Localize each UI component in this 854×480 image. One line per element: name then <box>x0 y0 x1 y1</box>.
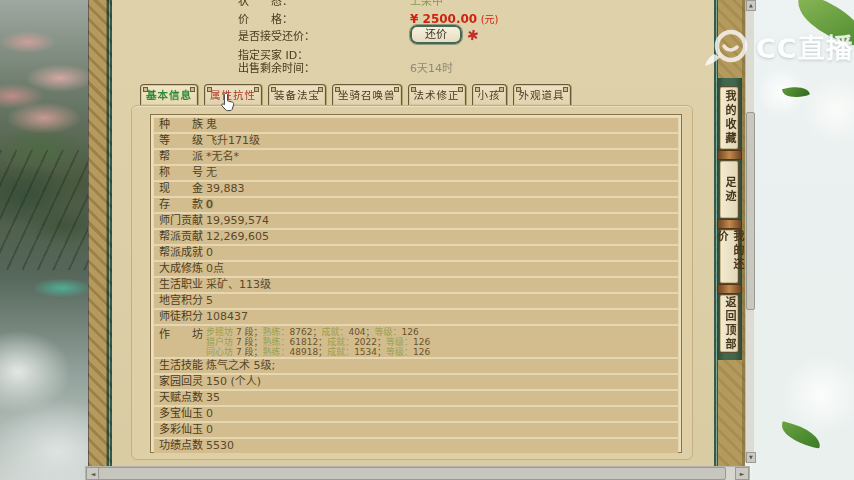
price-value: ¥ 2500.00 <box>410 12 477 26</box>
table-row: 生活技能炼气之术 5级; <box>154 359 678 373</box>
row-value: 炼气之术 5级; <box>206 359 275 373</box>
row-label: 称 号 <box>159 166 203 180</box>
table-row: 师徒积分108437 <box>154 310 678 324</box>
main-content-area: 状 态：上架中 价 格：¥ 2500.00 (元) 是否接受还价：还价✱ 指定买… <box>112 0 714 466</box>
table-row: 存 款0 <box>154 198 678 212</box>
scroll-down-arrow-icon[interactable]: ▼ <box>746 452 756 463</box>
sidebar-item-back-to-top[interactable]: 返回顶部 <box>719 294 739 353</box>
character-info-panel: 种 族鬼 等 级飞升171级 帮 派*无名* 称 号无 现 金39,883 存 … <box>150 114 682 453</box>
tab-appearance-items[interactable]: 外观道具 <box>513 84 571 105</box>
table-row: 家园回灵150 (个人) <box>154 375 678 389</box>
price-row: 价 格：¥ 2500.00 (元) <box>238 10 499 26</box>
tab-page-container: 种 族鬼 等 级飞升171级 帮 派*无名* 称 号无 现 金39,883 存 … <box>131 105 693 460</box>
table-row: 多彩仙玉0 <box>154 423 678 437</box>
workshop-row: 作 坊 步摇坊 7 段；熟练：8762；成就：404；等级：126 猎户坊 7 … <box>154 326 678 357</box>
scroll-up-arrow-icon[interactable]: ▲ <box>746 0 756 11</box>
row-label: 家园回灵 <box>159 375 203 389</box>
row-value: 5 <box>206 294 213 308</box>
tab-equipment[interactable]: 装备法宝 <box>268 84 326 105</box>
status-row: 状 态：上架中 <box>238 0 443 8</box>
row-value: 0 <box>206 198 213 212</box>
row-value: *无名* <box>206 150 239 164</box>
workshop-lines: 步摇坊 7 段；熟练：8762；成就：404；等级：126 猎户坊 7 段；熟练… <box>206 326 430 358</box>
table-row: 功绩点数5530 <box>154 439 678 453</box>
row-label: 师门贡献 <box>159 214 203 228</box>
workshop-name: 步摇坊 <box>206 327 236 337</box>
workshop-name: 同心坊 <box>206 347 236 357</box>
row-label: 大成修炼 <box>159 262 203 276</box>
row-value: 108437 <box>206 310 248 324</box>
screen: 状 态：上架中 价 格：¥ 2500.00 (元) 是否接受还价：还价✱ 指定买… <box>0 0 854 480</box>
horizontal-scrollbar[interactable]: ◄ ► <box>85 466 750 480</box>
game-world-background <box>0 0 88 480</box>
row-label: 现 金 <box>159 182 203 196</box>
row-label: 地宫积分 <box>159 294 203 308</box>
time-value: 6天14时 <box>410 62 453 75</box>
workshop-line: 步摇坊 7 段；熟练：8762；成就：404；等级：126 <box>206 327 430 337</box>
row-value: 5530 <box>206 439 234 453</box>
sidebar-item-footprints[interactable]: 足迹 <box>719 160 739 219</box>
tab-child[interactable]: 小孩 <box>472 84 507 105</box>
vertical-scroll-thumb[interactable] <box>746 112 755 310</box>
scroll-tie-decoration <box>717 150 742 160</box>
required-mark-icon: ✱ <box>466 26 480 44</box>
status-value: 上架中 <box>410 0 443 8</box>
time-row: 出售剩余时间：6天14时 <box>238 59 453 75</box>
vertical-scrollbar[interactable]: ▲ ▼ <box>745 0 754 462</box>
row-value: 150 (个人) <box>206 375 261 389</box>
time-label: 出售剩余时间： <box>238 59 410 75</box>
sidebar-item-my-bargains[interactable]: 我的还价 <box>719 229 739 284</box>
table-row: 现 金39,883 <box>154 182 678 196</box>
table-row: 地宫积分5 <box>154 294 678 308</box>
table-row: 称 号无 <box>154 166 678 180</box>
scroll-right-arrow-icon[interactable]: ► <box>735 467 749 480</box>
row-label: 功绩点数 <box>159 439 203 453</box>
tab-bar: 基本信息 属性抗性 装备法宝 坐骑召唤兽 法术修正 小孩 外观道具 <box>140 84 571 105</box>
row-value: 39,883 <box>206 182 245 196</box>
row-value: 飞升171级 <box>206 134 260 148</box>
row-value: 0 <box>206 423 213 437</box>
row-label: 种 族 <box>159 118 203 132</box>
row-label: 生活技能 <box>159 359 203 373</box>
workshop-line: 猎户坊 7 段；熟练：61812；成就：2022；等级：126 <box>206 337 430 347</box>
bargain-row: 是否接受还价：还价✱ <box>238 25 479 44</box>
table-row: 帮派成就0 <box>154 246 678 260</box>
row-label: 天赋点数 <box>159 391 203 405</box>
status-label: 状 态： <box>238 0 410 8</box>
sidebar-item-my-favorites[interactable]: 我的收藏 <box>719 86 739 150</box>
price-unit: (元) <box>481 14 499 25</box>
scroll-tie-decoration <box>717 219 742 229</box>
row-label: 帮派成就 <box>159 246 203 260</box>
row-label: 帮 派 <box>159 150 203 164</box>
bargain-button[interactable]: 还价 <box>410 25 462 44</box>
bargain-label: 是否接受还价： <box>238 27 410 43</box>
row-value: 0 <box>206 407 213 421</box>
table-row: 多宝仙玉0 <box>154 407 678 421</box>
table-row: 生活职业采矿、113级 <box>154 278 678 292</box>
row-label: 多宝仙玉 <box>159 407 203 421</box>
table-row: 大成修炼0点 <box>154 262 678 276</box>
table-row: 等 级飞升171级 <box>154 134 678 148</box>
scroll-tie-decoration <box>717 284 742 294</box>
row-value: 0点 <box>206 262 224 276</box>
row-value: 无 <box>206 166 217 180</box>
table-row: 种 族鬼 <box>154 118 678 132</box>
row-value: 19,959,574 <box>206 214 269 228</box>
tab-mounts[interactable]: 坐骑召唤兽 <box>332 84 402 105</box>
tree-branches-decoration <box>0 150 88 270</box>
table-row: 师门贡献19,959,574 <box>154 214 678 228</box>
tab-spell-correction[interactable]: 法术修正 <box>408 84 466 105</box>
row-label: 师徒积分 <box>159 310 203 324</box>
workshop-name: 猎户坊 <box>206 337 236 347</box>
table-row: 帮 派*无名* <box>154 150 678 164</box>
table-row: 天赋点数35 <box>154 391 678 405</box>
row-value: 0 <box>206 246 213 260</box>
horizontal-scroll-thumb[interactable] <box>98 467 726 480</box>
tab-basic-info[interactable]: 基本信息 <box>140 84 198 105</box>
page-background <box>752 0 854 480</box>
row-value: 12,269,605 <box>206 230 269 244</box>
workshop-line: 同心坊 7 段；熟练：48918；成就：1534；等级：126 <box>206 347 430 357</box>
table-row: 帮派贡献12,269,605 <box>154 230 678 244</box>
row-label: 多彩仙玉 <box>159 423 203 437</box>
row-label: 生活职业 <box>159 278 203 292</box>
